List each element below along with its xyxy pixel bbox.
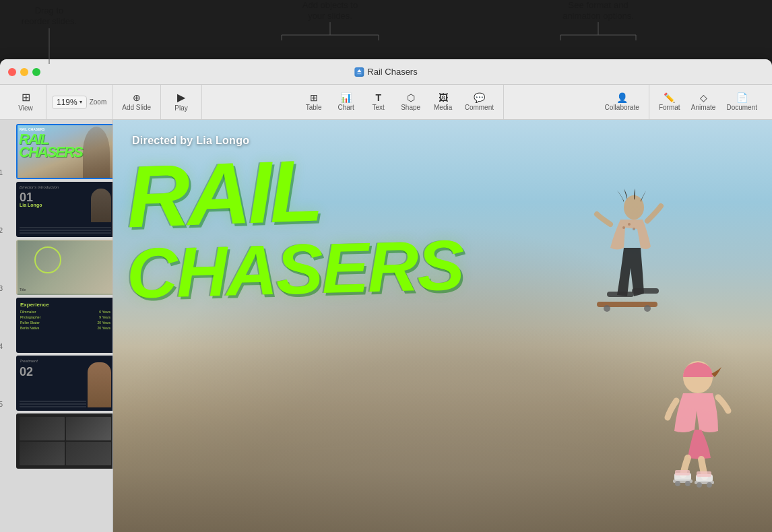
collaborate-icon: 👤 bbox=[616, 93, 628, 102]
slide-thumb-6[interactable] bbox=[4, 413, 108, 469]
svg-rect-22 bbox=[607, 292, 634, 297]
window-title-area: Rail Chasers bbox=[354, 67, 417, 77]
slide-thumb-5[interactable]: 5 Treatment 02 bbox=[4, 356, 108, 411]
slide-subtitle: Directed by Lia Longo bbox=[132, 135, 249, 147]
view-label: View bbox=[18, 104, 33, 112]
media-icon: 🖼 bbox=[439, 93, 448, 102]
svg-point-26 bbox=[644, 305, 651, 312]
shape-button[interactable]: ⬡ Shape bbox=[396, 90, 426, 114]
zoom-chevron: ▾ bbox=[79, 99, 82, 105]
view-button[interactable]: ⊞ View bbox=[11, 90, 40, 114]
titlebar: Rail Chasers bbox=[0, 59, 772, 85]
svg-rect-37 bbox=[697, 471, 711, 477]
svg-point-20 bbox=[628, 223, 631, 226]
view-icon: ⊞ bbox=[22, 92, 30, 103]
svg-point-35 bbox=[707, 482, 712, 488]
graffiti-title: RAIL CHASERS bbox=[127, 154, 570, 297]
zoom-value[interactable]: 119% ▾ bbox=[52, 96, 87, 109]
slide-panel[interactable]: 1 RAIL CHASERS RAILCHASERS 2 Director's … bbox=[0, 120, 113, 532]
minimize-button[interactable] bbox=[20, 68, 28, 76]
shape-label: Shape bbox=[401, 104, 420, 111]
chart-button[interactable]: 📊 Chart bbox=[331, 90, 361, 114]
document-icon: 📄 bbox=[736, 93, 748, 102]
comment-icon: 💬 bbox=[474, 93, 485, 102]
add-slide-label: Add Slide bbox=[122, 104, 151, 111]
slide-thumb-2[interactable]: 2 Director's Introduction 01 Lia Longo bbox=[4, 182, 108, 237]
table-label: Table bbox=[306, 104, 322, 111]
svg-point-25 bbox=[604, 305, 610, 312]
svg-text:See format and: See format and bbox=[569, 0, 629, 10]
window-title: Rail Chasers bbox=[367, 67, 417, 77]
text-button[interactable]: T Text bbox=[364, 90, 393, 114]
svg-point-34 bbox=[697, 482, 702, 488]
maximize-button[interactable] bbox=[32, 68, 40, 76]
svg-text:reorder slides.: reorder slides. bbox=[22, 16, 77, 26]
comment-label: Comment bbox=[465, 104, 494, 111]
traffic-lights bbox=[0, 68, 40, 76]
graffiti-line1: RAIL bbox=[125, 146, 571, 233]
main-canvas[interactable]: RAIL CHASERS Directed by Lia Longo bbox=[113, 120, 772, 532]
document-label: Document bbox=[726, 104, 757, 111]
format-label: Format bbox=[659, 104, 680, 111]
media-button[interactable]: 🖼 Media bbox=[428, 90, 458, 114]
add-slide-button[interactable]: ⊕ Add Slide bbox=[118, 90, 155, 114]
slide-num-3: 3 bbox=[0, 285, 3, 292]
table-button[interactable]: ⊞ Table bbox=[299, 90, 329, 114]
svg-text:Drag to: Drag to bbox=[35, 5, 64, 15]
play-button[interactable]: ▶ Play bbox=[166, 90, 196, 114]
play-icon: ▶ bbox=[177, 92, 185, 103]
svg-rect-16 bbox=[357, 73, 361, 73]
collaborate-label: Collaborate bbox=[605, 104, 639, 111]
format-icon: ✏️ bbox=[664, 93, 675, 102]
slide-num-4: 4 bbox=[0, 343, 3, 350]
animate-label: Animate bbox=[691, 104, 716, 111]
right-tools-group: ✏️ Format ◇ Animate 📄 Document bbox=[649, 85, 767, 119]
zoom-percent: 119% bbox=[57, 98, 77, 107]
play-group: ▶ Play bbox=[161, 85, 202, 119]
media-label: Media bbox=[434, 104, 452, 111]
comment-button[interactable]: 💬 Comment bbox=[461, 90, 498, 114]
svg-point-21 bbox=[633, 228, 635, 230]
content-area: 1 RAIL CHASERS RAILCHASERS 2 Director's … bbox=[0, 120, 772, 532]
document-button[interactable]: 📄 Document bbox=[722, 90, 761, 114]
skater-fg-person bbox=[651, 357, 745, 492]
graffiti-line2: CHASERS bbox=[126, 233, 571, 302]
chart-label: Chart bbox=[337, 104, 354, 111]
format-button[interactable]: ✏️ Format bbox=[655, 90, 684, 114]
animate-button[interactable]: ◇ Animate bbox=[687, 90, 720, 114]
zoom-label: Zoom bbox=[90, 98, 107, 106]
keynote-icon bbox=[354, 67, 364, 77]
insert-group: ⊞ Table 📊 Chart T Text ⬡ Shape 🖼 Media 💬 bbox=[294, 85, 504, 119]
svg-point-32 bbox=[675, 481, 680, 486]
skater-bg-person bbox=[583, 187, 671, 322]
svg-text:Add objects to: Add objects to bbox=[302, 0, 358, 10]
text-icon: T bbox=[375, 93, 381, 102]
slide-canvas: RAIL CHASERS Directed by Lia Longo bbox=[113, 120, 772, 532]
keynote-window: Rail Chasers ⊞ View 119% ▾ Zoom ⊕ Add Sl… bbox=[0, 59, 772, 532]
toolbar: ⊞ View 119% ▾ Zoom ⊕ Add Slide ▶ Play bbox=[0, 85, 772, 120]
svg-rect-36 bbox=[675, 470, 690, 475]
animate-icon: ◇ bbox=[700, 93, 707, 102]
view-group: ⊞ View bbox=[5, 85, 46, 119]
svg-text:your slides.: your slides. bbox=[308, 11, 352, 21]
slide-thumb-4[interactable]: 4 Experience Filmmaker 6 Years Photograp… bbox=[4, 298, 108, 353]
play-label: Play bbox=[174, 104, 187, 112]
text-label: Text bbox=[372, 104, 384, 111]
svg-rect-23 bbox=[632, 288, 659, 294]
add-slide-group: ⊕ Add Slide bbox=[112, 85, 161, 119]
slide-thumb-1[interactable]: 1 RAIL CHASERS RAILCHASERS bbox=[4, 124, 108, 179]
chart-icon: 📊 bbox=[340, 93, 352, 102]
shape-icon: ⬡ bbox=[407, 93, 415, 102]
svg-point-33 bbox=[685, 481, 690, 486]
slide-num-1: 1 bbox=[0, 169, 3, 176]
svg-text:animation options.: animation options. bbox=[562, 11, 634, 21]
zoom-group: 119% ▾ Zoom bbox=[46, 85, 112, 119]
collaborate-button[interactable]: 👤 Collaborate bbox=[601, 90, 643, 114]
close-button[interactable] bbox=[8, 68, 16, 76]
table-icon: ⊞ bbox=[310, 93, 318, 102]
slide-thumb-3[interactable]: 3 Title bbox=[4, 240, 108, 295]
add-slide-icon: ⊕ bbox=[133, 93, 141, 102]
collaborate-group: 👤 Collaborate bbox=[596, 85, 649, 119]
svg-point-19 bbox=[622, 226, 625, 229]
slide-num-2: 2 bbox=[0, 227, 3, 234]
